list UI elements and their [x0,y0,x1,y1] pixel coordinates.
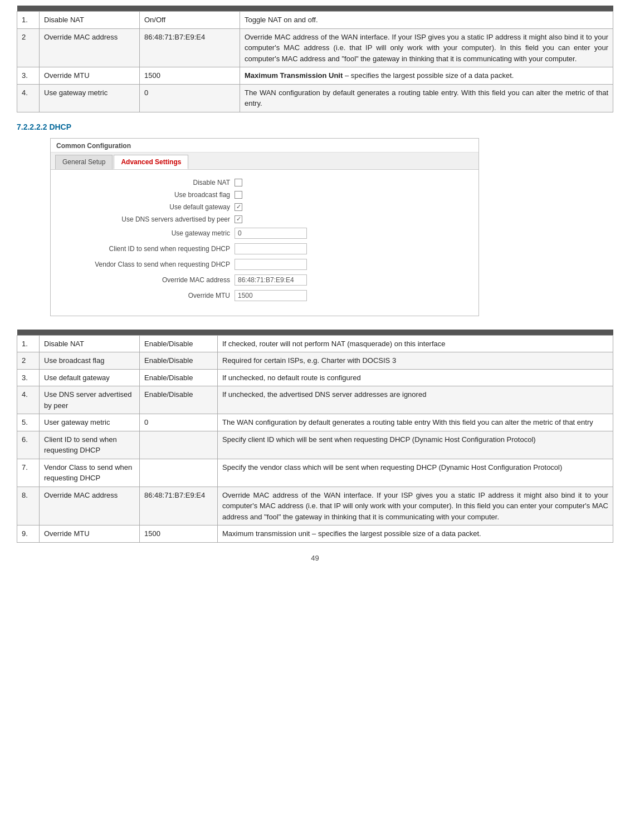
row-value [140,431,218,459]
row-num: 2 [17,352,40,370]
row-value: 0 [140,414,218,431]
config-field-label: Override MAC address [62,276,235,284]
bottom-col-num [17,330,40,336]
config-input-field[interactable] [235,274,307,286]
row-description: The WAN configuration by default generat… [240,84,613,112]
row-num: 3. [17,67,40,85]
config-checkbox[interactable] [235,191,242,199]
table-row: 2Use broadcast flagEnable/DisableRequire… [17,352,613,370]
config-field-row: Use broadcast flag [62,191,467,199]
config-field-row: Disable NAT [62,179,467,186]
row-description: Required for certain ISPs, e.g. Charter … [218,352,613,370]
row-value: Enable/Disable [140,352,218,370]
row-num: 6. [17,431,40,459]
config-tab-general-setup[interactable]: General Setup [55,155,113,169]
config-field-row: Use default gateway✓ [62,203,467,211]
table-row: 7.Vendor Class to send when requesting D… [17,459,613,487]
config-field-label: Vendor Class to send when requesting DHC… [62,261,235,268]
config-fields: Disable NATUse broadcast flagUse default… [51,175,478,309]
row-value: Enable/Disable [140,335,218,352]
config-field-row: Use DNS servers advertised by peer✓ [62,215,467,223]
row-name: Override MTU [40,67,140,85]
row-name: Disable NAT [40,12,140,29]
row-name: Override MTU [40,525,140,543]
row-num: 8. [17,487,40,525]
config-input-field[interactable] [235,243,307,254]
config-field-row: Use gateway metric [62,228,467,239]
row-num: 3. [17,369,40,386]
config-field-row: Vendor Class to send when requesting DHC… [62,259,467,270]
row-name: Override MAC address [40,28,140,67]
table-row: 5.User gateway metric0The WAN configurat… [17,414,613,431]
row-name: Override MAC address [40,487,140,525]
row-num: 4. [17,84,40,112]
row-description: Toggle NAT on and off. [240,12,613,29]
row-value: Enable/Disable [140,386,218,414]
row-description: Override MAC address of the WAN interfac… [240,28,613,67]
bottom-col-value [140,330,218,336]
config-field-row: Client ID to send when requesting DHCP [62,243,467,254]
row-name: Client ID to send when requesting DHCP [40,431,140,459]
row-name: Disable NAT [40,335,140,352]
table-row: 2Override MAC address86:48:71:B7:E9:E4Ov… [17,28,613,67]
config-field-row: Override MTU [62,290,467,301]
table-row: 4.Use DNS server advertised by peerEnabl… [17,386,613,414]
config-input-field[interactable] [235,259,307,270]
row-num: 7. [17,459,40,487]
config-field-label: Client ID to send when requesting DHCP [62,245,235,253]
col-header-name [40,6,140,12]
row-num: 5. [17,414,40,431]
row-description: Specify client ID which will be sent whe… [218,431,613,459]
row-description: If checked, router will not perform NAT … [218,335,613,352]
table-row: 3.Override MTU1500Maximum Transmission U… [17,67,613,85]
row-name: Use broadcast flag [40,352,140,370]
row-description: If unchecked, no default route is config… [218,369,613,386]
bottom-table: 1.Disable NATEnable/DisableIf checked, r… [17,330,613,543]
table-row: 8.Override MAC address86:48:71:B7:E9:E4O… [17,487,613,525]
row-description: Maximum Transmission Unit – specifies th… [240,67,613,85]
row-value: 1500 [140,67,240,85]
row-value: 86:48:71:B7:E9:E4 [140,487,218,525]
row-name: Use gateway metric [40,84,140,112]
row-name: Vendor Class to send when requesting DHC… [40,459,140,487]
config-field-label: Use broadcast flag [62,191,235,199]
config-field-label: Use gateway metric [62,229,235,237]
row-name: Use default gateway [40,369,140,386]
col-header-desc [240,6,613,12]
row-description: The WAN configuration by default generat… [218,414,613,431]
row-value: On/Off [140,12,240,29]
config-tab-advanced-settings[interactable]: Advanced Settings [114,155,188,169]
top-table: 1.Disable NATOn/OffToggle NAT on and off… [17,6,613,112]
row-num: 9. [17,525,40,543]
config-tabs: General SetupAdvanced Settings [51,153,478,170]
col-header-value [140,6,240,12]
row-num: 2 [17,28,40,67]
row-num: 1. [17,12,40,29]
table-row: 3.Use default gatewayEnable/DisableIf un… [17,369,613,386]
config-field-row: Override MAC address [62,274,467,286]
row-description: If unchecked, the advertised DNS server … [218,386,613,414]
row-name: User gateway metric [40,414,140,431]
config-field-label: Use default gateway [62,203,235,211]
config-field-label: Override MTU [62,292,235,299]
row-value: 0 [140,84,240,112]
row-value: 1500 [140,525,218,543]
page-number: 49 [17,554,613,562]
table-row: 6.Client ID to send when requesting DHCP… [17,431,613,459]
row-num: 1. [17,335,40,352]
table-row: 4.Use gateway metric0The WAN configurati… [17,84,613,112]
config-field-label: Disable NAT [62,179,235,186]
config-box: Common Configuration General SetupAdvanc… [50,138,479,316]
row-description: Override MAC address of the WAN interfac… [218,487,613,525]
config-field-label: Use DNS servers advertised by peer [62,215,235,223]
row-description: Specify the vendor class which will be s… [218,459,613,487]
config-checkbox[interactable]: ✓ [235,203,242,211]
row-num: 4. [17,386,40,414]
config-checkbox[interactable]: ✓ [235,215,242,223]
config-checkbox[interactable] [235,179,242,186]
config-input-field[interactable] [235,290,307,301]
table-row: 1.Disable NATOn/OffToggle NAT on and off… [17,12,613,29]
section-heading: 7.2.2.2.2 DHCP [17,122,613,131]
bottom-col-desc [218,330,613,336]
config-input-field[interactable] [235,228,307,239]
